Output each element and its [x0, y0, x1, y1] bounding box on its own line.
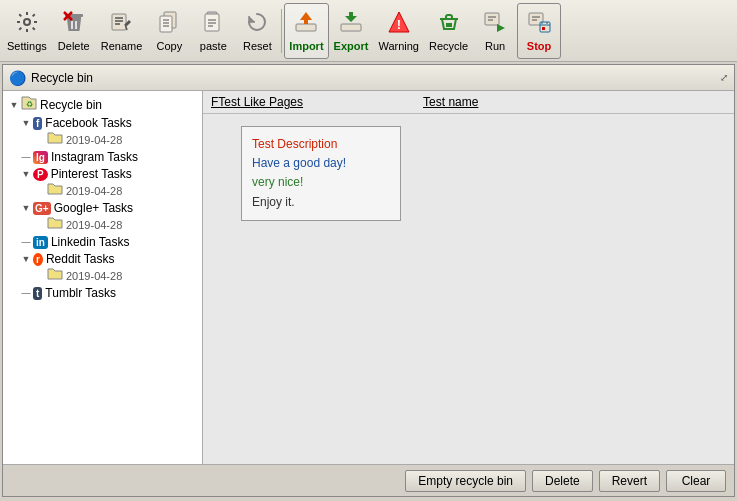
recycle-bin-window: 🔵 Recycle bin ⤢ ▼ ♻ Recycle bin — [2, 64, 735, 497]
toolbar: Settings Delete — [0, 0, 737, 62]
delete-icon — [62, 10, 86, 38]
window-title-text: Recycle bin — [31, 71, 93, 85]
facebook-tasks-label: Facebook Tasks — [45, 116, 132, 130]
tree-fb-toggle[interactable]: ▼ — [19, 118, 33, 128]
main-content: ▼ ♻ Recycle bin ▼ f Facebook Tasks — [3, 91, 734, 464]
stop-label: Stop — [527, 40, 551, 52]
svg-point-0 — [24, 19, 30, 25]
tree-root-label: Recycle bin — [40, 98, 102, 112]
rename-label: Rename — [101, 40, 143, 52]
stop-button[interactable]: Stop — [517, 3, 561, 59]
svg-marker-24 — [300, 12, 312, 24]
col1-header: FTest Like Pages — [211, 95, 303, 109]
linkedin-tasks-label: Linkedin Tasks — [51, 235, 130, 249]
tree-fb-date-toggle — [33, 135, 47, 145]
svg-rect-23 — [296, 24, 316, 31]
window-title: 🔵 Recycle bin — [9, 70, 93, 86]
tree-item-tumblr[interactable]: — t Tumblr Tasks — [3, 284, 202, 301]
reddit-icon: r — [33, 251, 43, 266]
folder-pt-date-icon — [47, 183, 63, 198]
tree-item-googleplus-date[interactable]: 2019-04-28 — [3, 216, 202, 233]
googleplus-icon: G+ — [33, 200, 51, 215]
tree-item-facebook[interactable]: ▼ f Facebook Tasks — [3, 114, 202, 131]
reset-button[interactable]: Reset — [235, 3, 279, 59]
svg-rect-14 — [160, 16, 172, 32]
right-panel: FTest Like Pages Test name Test Descript… — [203, 91, 734, 464]
tree-item-facebook-date[interactable]: 2019-04-28 — [3, 131, 202, 148]
delete-label: Delete — [58, 40, 90, 52]
desc-line-2: Have a good day! — [252, 154, 390, 173]
clear-button[interactable]: Clear — [666, 470, 726, 492]
warning-label: Warning — [378, 40, 419, 52]
tumblr-tasks-label: Tumblr Tasks — [45, 286, 116, 300]
run-icon — [483, 10, 507, 38]
svg-rect-25 — [341, 24, 361, 31]
copy-button[interactable]: Copy — [147, 3, 191, 59]
recycle-button[interactable]: Recycle — [424, 3, 473, 59]
tree-item-pinterest[interactable]: ▼ P Pinterest Tasks — [3, 165, 202, 182]
tree-item-reddit[interactable]: ▼ r Reddit Tasks — [3, 250, 202, 267]
svg-marker-48 — [48, 218, 62, 228]
tree-item-googleplus[interactable]: ▼ G+ Google+ Tasks — [3, 199, 202, 216]
pinterest-date-label: 2019-04-28 — [66, 185, 122, 197]
tree-item-instagram[interactable]: — Ig Instagram Tasks — [3, 148, 202, 165]
delete-button[interactable]: Delete — [52, 3, 96, 59]
empty-recycle-button[interactable]: Empty recycle bin — [405, 470, 526, 492]
tree-ig-toggle[interactable]: — — [19, 152, 33, 162]
tree-item-pinterest-date[interactable]: 2019-04-28 — [3, 182, 202, 199]
svg-marker-26 — [345, 12, 357, 22]
tree-pt-toggle[interactable]: ▼ — [19, 169, 33, 179]
svg-text:♻: ♻ — [26, 100, 33, 109]
copy-label: Copy — [156, 40, 182, 52]
rename-icon — [110, 10, 134, 38]
paste-icon — [201, 10, 225, 38]
desc-line-3: very nice! — [252, 173, 390, 192]
import-button[interactable]: Import — [284, 3, 328, 59]
warning-button[interactable]: ! Warning — [373, 3, 424, 59]
tree-panel: ▼ ♻ Recycle bin ▼ f Facebook Tasks — [3, 91, 203, 464]
tree-tb-toggle[interactable]: — — [19, 288, 33, 298]
copy-icon — [157, 10, 181, 38]
export-button[interactable]: Export — [329, 3, 374, 59]
tree-li-toggle[interactable]: — — [19, 237, 33, 247]
content-area: Test Description Have a good day! very n… — [203, 114, 734, 464]
tumblr-icon: t — [33, 285, 42, 300]
settings-label: Settings — [7, 40, 47, 52]
run-button[interactable]: Run — [473, 3, 517, 59]
svg-rect-43 — [542, 27, 545, 30]
recycle-label: Recycle — [429, 40, 468, 52]
toolbar-separator — [281, 9, 282, 53]
facebook-icon: f — [33, 115, 42, 130]
revert-button[interactable]: Revert — [599, 470, 660, 492]
reddit-date-label: 2019-04-28 — [66, 270, 122, 282]
settings-button[interactable]: Settings — [2, 3, 52, 59]
tree-rd-toggle[interactable]: ▼ — [19, 254, 33, 264]
googleplus-tasks-label: Google+ Tasks — [54, 201, 134, 215]
desc-line-1: Test Description — [252, 135, 390, 154]
tree-root[interactable]: ▼ ♻ Recycle bin — [3, 95, 202, 114]
svg-marker-46 — [48, 133, 62, 143]
reset-icon — [245, 10, 269, 38]
svg-rect-32 — [485, 13, 499, 25]
desc-line-4: Enjoy it. — [252, 193, 390, 212]
linkedin-icon: in — [33, 234, 48, 249]
col2-header: Test name — [423, 95, 478, 109]
tree-item-linkedin[interactable]: — in Linkedin Tasks — [3, 233, 202, 250]
paste-label: paste — [200, 40, 227, 52]
svg-rect-8 — [112, 14, 126, 30]
tree-gp-date-toggle — [33, 220, 47, 230]
rename-button[interactable]: Rename — [96, 3, 148, 59]
delete-button-bottom[interactable]: Delete — [532, 470, 593, 492]
run-label: Run — [485, 40, 505, 52]
paste-button[interactable]: paste — [191, 3, 235, 59]
warning-icon: ! — [387, 10, 411, 38]
pinterest-icon: P — [33, 166, 48, 181]
recycle-icon — [437, 10, 461, 38]
pinterest-tasks-label: Pinterest Tasks — [51, 167, 132, 181]
reset-label: Reset — [243, 40, 272, 52]
svg-marker-49 — [48, 269, 62, 279]
tree-item-reddit-date[interactable]: 2019-04-28 — [3, 267, 202, 284]
tree-root-toggle[interactable]: ▼ — [7, 100, 21, 110]
tree-gp-toggle[interactable]: ▼ — [19, 203, 33, 213]
window-resize-control[interactable]: ⤢ — [720, 72, 728, 83]
